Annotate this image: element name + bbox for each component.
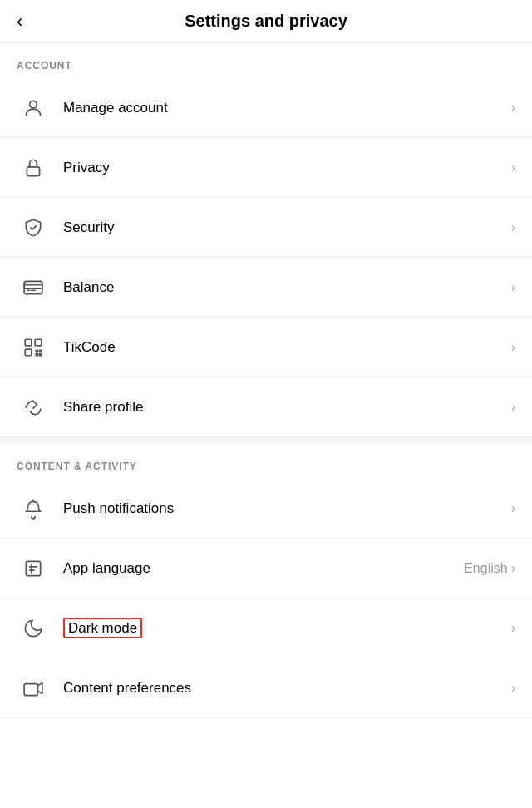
menu-item-security[interactable]: Security › [0,198,532,258]
svg-rect-17 [24,683,37,695]
svg-rect-6 [25,339,32,346]
svg-rect-1 [27,166,39,175]
svg-rect-3 [24,284,42,288]
chevron-icon: › [511,681,515,696]
svg-rect-11 [36,353,37,355]
menu-item-dark-mode[interactable]: Dark mode › [0,599,532,658]
svg-rect-7 [35,339,42,346]
manage-account-label: Manage account [63,100,511,116]
app-language-label: App language [63,560,464,577]
security-label: Security [63,219,511,236]
chevron-icon: › [511,220,515,235]
menu-item-app-language[interactable]: App language English › [0,539,532,599]
section-label-content-activity: CONTENT & ACTIVITY [0,444,532,479]
shield-icon [17,211,50,244]
svg-rect-2 [24,281,42,293]
balance-label: Balance [63,279,511,296]
chevron-icon: › [511,340,515,355]
section-divider [0,437,532,444]
menu-item-privacy[interactable]: Privacy › [0,138,532,198]
page-title: Settings and privacy [185,12,347,31]
section-label-account: ACCOUNT [0,43,532,78]
back-button[interactable]: ‹ [17,12,22,31]
svg-point-0 [30,101,37,108]
dark-mode-highlight: Dark mode [63,618,142,638]
chevron-icon: › [511,501,515,516]
chevron-icon: › [511,280,515,295]
dark-mode-label: Dark mode [63,620,511,637]
bell-icon [17,492,50,525]
app-language-value: English [464,561,507,576]
chevron-icon: › [511,621,515,636]
svg-rect-12 [40,353,42,355]
chevron-icon: › [511,160,515,175]
lock-icon [17,151,50,185]
chevron-icon: › [511,561,515,576]
dark-mode-icon [17,612,50,645]
content-preferences-label: Content preferences [63,680,511,697]
tikcode-label: TikCode [63,339,511,356]
push-notifications-label: Push notifications [63,500,511,517]
menu-item-share-profile[interactable]: Share profile › [0,377,532,437]
chevron-icon: › [511,400,515,415]
menu-item-content-preferences[interactable]: Content preferences › [0,658,532,718]
balance-icon [17,271,50,304]
privacy-label: Privacy [63,160,511,176]
person-icon [17,91,50,125]
menu-item-tikcode[interactable]: TikCode › [0,318,532,377]
menu-item-push-notifications[interactable]: Push notifications › [0,479,532,539]
svg-rect-8 [25,349,32,356]
chevron-icon: › [511,101,515,116]
language-icon [17,552,50,585]
svg-rect-10 [40,350,42,352]
svg-rect-14 [26,561,40,575]
tikcode-icon [17,331,50,364]
share-icon [17,391,50,424]
menu-item-manage-account[interactable]: Manage account › [0,78,532,138]
video-icon [17,672,50,705]
header: ‹ Settings and privacy [0,0,532,43]
svg-rect-9 [36,350,37,352]
menu-item-balance[interactable]: Balance › [0,258,532,318]
share-profile-label: Share profile [63,399,511,416]
